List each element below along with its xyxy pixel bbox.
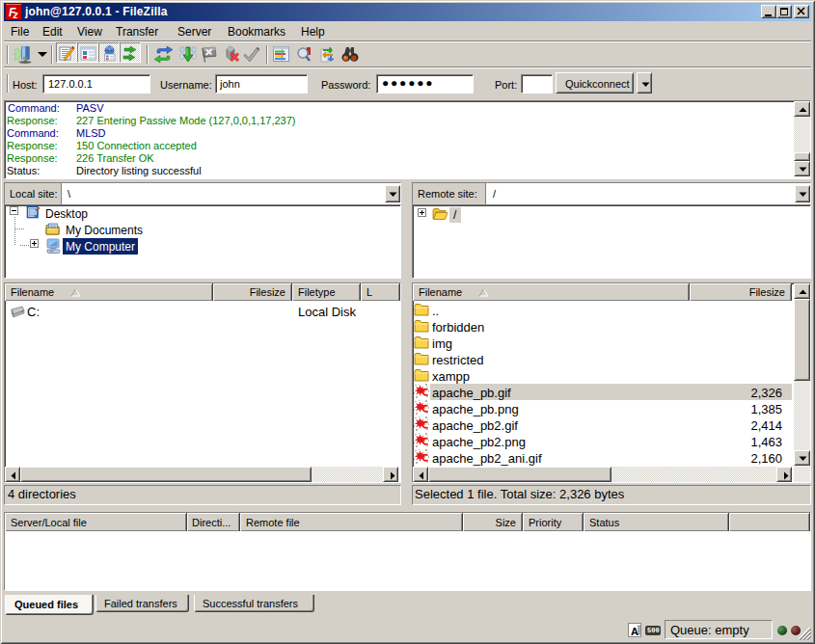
svg-text:z: z	[13, 10, 18, 20]
